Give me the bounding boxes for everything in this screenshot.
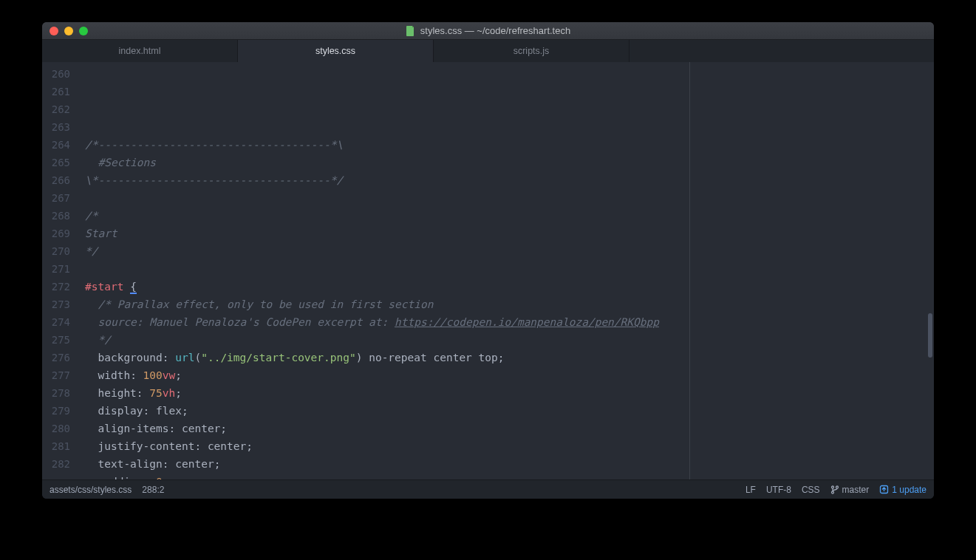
code-line[interactable]: \*------------------------------------*/ [85, 171, 934, 189]
code-line[interactable]: text-align: center; [85, 455, 934, 473]
line-number[interactable]: 280 [42, 420, 70, 437]
code-line[interactable]: */ [85, 331, 934, 349]
line-number[interactable]: 281 [42, 437, 70, 455]
code-line[interactable]: #Sections [85, 154, 934, 171]
status-encoding[interactable]: UTF-8 [766, 485, 791, 495]
tab-index-html[interactable]: index.html [42, 40, 238, 62]
tab-bar: index.htmlstyles.cssscripts.js [42, 40, 934, 62]
line-number[interactable]: 268 [42, 207, 70, 225]
css-file-icon [406, 26, 416, 36]
line-number[interactable]: 260 [42, 65, 70, 83]
code-line[interactable]: justify-content: center; [85, 437, 934, 455]
traffic-lights [42, 27, 88, 35]
line-number-gutter: 2602612622632642652662672682692702712722… [42, 62, 78, 479]
line-number[interactable]: 269 [42, 225, 70, 242]
code-line[interactable]: Start [85, 225, 934, 242]
code-line[interactable]: align-items: center; [85, 420, 934, 437]
line-number[interactable]: 278 [42, 384, 70, 402]
line-number[interactable]: 262 [42, 100, 70, 118]
line-number[interactable]: 271 [42, 260, 70, 278]
code-line[interactable]: */ [85, 242, 934, 260]
code-line[interactable]: display: flex; [85, 402, 934, 420]
status-update-link[interactable]: 1 update [879, 485, 926, 495]
status-language[interactable]: CSS [802, 485, 820, 495]
line-number[interactable]: 277 [42, 366, 70, 384]
window-title: styles.css — ~/code/refreshart.tech [42, 25, 934, 36]
line-number[interactable]: 266 [42, 171, 70, 189]
update-squirrel-icon [879, 485, 889, 494]
code-line[interactable]: height: 75vh; [85, 384, 934, 402]
line-number[interactable]: 275 [42, 331, 70, 349]
vertical-scrollbar-thumb[interactable] [928, 313, 932, 358]
code-content[interactable]: /*------------------------------------*\… [78, 62, 934, 479]
titlebar[interactable]: styles.css — ~/code/refreshart.tech [42, 22, 934, 40]
line-number[interactable]: 282 [42, 455, 70, 473]
line-number[interactable]: 272 [42, 278, 70, 296]
close-button[interactable] [50, 27, 58, 35]
line-number[interactable]: 264 [42, 136, 70, 154]
line-number[interactable]: 279 [42, 402, 70, 420]
line-number[interactable]: 265 [42, 154, 70, 171]
line-number[interactable]: 274 [42, 313, 70, 331]
code-line[interactable]: padding: 0; [85, 473, 934, 479]
code-line[interactable] [85, 118, 934, 136]
status-eol[interactable]: LF [745, 485, 756, 495]
status-git-branch[interactable]: master [830, 485, 870, 495]
tab-scripts-js[interactable]: scripts.js [434, 40, 629, 62]
minimize-button[interactable] [64, 27, 73, 35]
status-cursor-position[interactable]: 288:2 [142, 485, 164, 495]
status-bar: assets/css/styles.css 288:2 LF UTF-8 CSS… [42, 479, 934, 499]
editor-area[interactable]: 2602612622632642652662672682692702712722… [42, 62, 934, 479]
editor-window: styles.css — ~/code/refreshart.tech inde… [42, 22, 934, 499]
window-title-text: styles.css — ~/code/refreshart.tech [420, 25, 570, 36]
line-number[interactable]: 270 [42, 242, 70, 260]
code-line[interactable]: width: 100vw; [85, 366, 934, 384]
wrap-guide [689, 62, 690, 479]
code-line[interactable]: /* Parallax effect, only to be used in f… [85, 296, 934, 313]
git-branch-icon [830, 485, 839, 495]
line-number[interactable]: 261 [42, 83, 70, 100]
status-update-label: 1 update [892, 485, 926, 495]
line-number[interactable]: 276 [42, 349, 70, 366]
status-git-branch-label: master [842, 485, 870, 495]
line-number[interactable]: 263 [42, 118, 70, 136]
code-line[interactable]: /*------------------------------------*\ [85, 136, 934, 154]
line-number[interactable]: 273 [42, 296, 70, 313]
line-number[interactable]: 267 [42, 189, 70, 207]
code-line[interactable] [85, 260, 934, 278]
code-line[interactable] [85, 189, 934, 207]
code-line[interactable]: #start { [85, 278, 934, 296]
maximize-button[interactable] [79, 27, 88, 35]
code-line[interactable]: background: url("../img/start-cover.png"… [85, 349, 934, 366]
code-line[interactable]: /* [85, 207, 934, 225]
status-filepath[interactable]: assets/css/styles.css [50, 485, 132, 495]
code-line[interactable]: source: Manuel Penaloza's CodePen excerp… [85, 313, 934, 331]
tab-styles-css[interactable]: styles.css [238, 40, 434, 62]
